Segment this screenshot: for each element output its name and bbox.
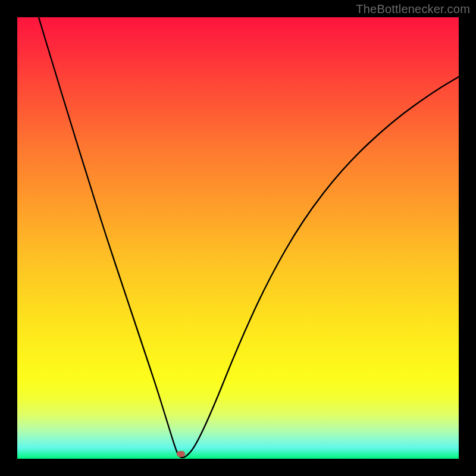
watermark-text: TheBottlenecker.com (356, 2, 470, 16)
plot-area (17, 17, 459, 459)
chart-frame: TheBottlenecker.com (0, 0, 476, 476)
bottleneck-curve (17, 17, 459, 459)
optimal-point-marker (177, 451, 185, 457)
